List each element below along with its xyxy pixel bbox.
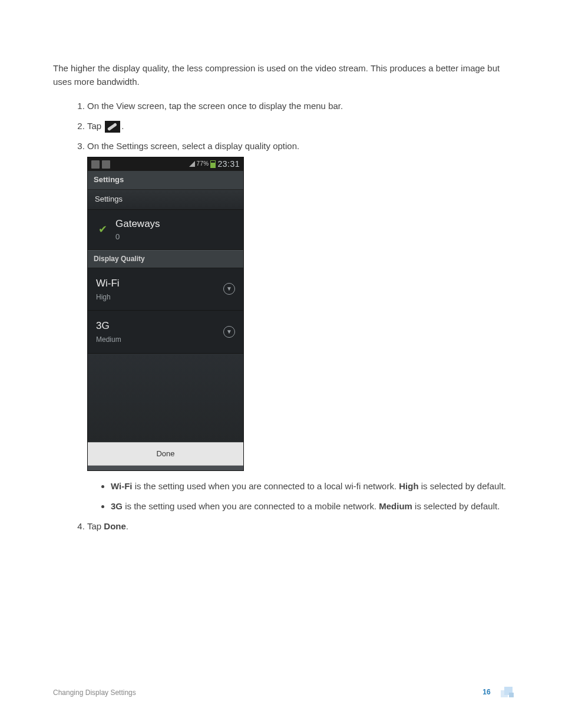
status-clock: 23:31 xyxy=(217,157,240,170)
battery-pct: 77% xyxy=(197,159,209,169)
wifi-row-label: Wi-Fi xyxy=(96,275,120,291)
signal-icon xyxy=(189,161,195,167)
3g-bullet: 3G is the setting used when you are conn… xyxy=(111,499,509,513)
step-4-post: . xyxy=(126,521,128,531)
3g-quality-row[interactable]: 3G Medium ▼ xyxy=(88,311,243,353)
step-4: Tap Done. xyxy=(87,519,509,533)
page-footer: Changing Display Settings 16 xyxy=(53,687,515,699)
step-list: On the View screen, tap the screen once … xyxy=(53,99,509,533)
page-number: 16 xyxy=(482,688,490,696)
quality-bullet-list: Wi-Fi is the setting used when you are c… xyxy=(87,479,509,513)
footer-section-title: Changing Display Settings xyxy=(53,689,136,697)
android-status-bar: 77% 23:31 xyxy=(88,157,243,171)
step-3: On the Settings screen, select a display… xyxy=(87,139,509,513)
medium-bold: Medium xyxy=(379,501,412,511)
step-4-pre: Tap xyxy=(87,521,104,531)
status-icon xyxy=(91,160,100,169)
wrench-icon xyxy=(105,121,120,133)
high-bold: High xyxy=(399,481,418,491)
step-2-post: . xyxy=(121,121,124,131)
gateways-count: 0 xyxy=(115,231,160,243)
intro-paragraph: The higher the display quality, the less… xyxy=(53,62,509,88)
display-quality-header: Display Quality xyxy=(88,250,243,268)
footer-logo-icon xyxy=(498,687,515,699)
phone-empty-area xyxy=(88,354,243,442)
3g-row-value: Medium xyxy=(96,334,121,345)
gateways-label: Gateways xyxy=(115,216,160,232)
settings-subheader: Settings xyxy=(88,190,243,210)
gateways-row[interactable]: ✔ Gateways 0 xyxy=(88,210,243,250)
phone-screenshot: 77% 23:31 Settings Settings ✔ Gateways 0… xyxy=(87,157,244,471)
battery-icon xyxy=(210,160,216,168)
wifi-bullet: Wi-Fi is the setting used when you are c… xyxy=(111,479,509,493)
step-2-pre: Tap xyxy=(87,121,104,131)
3g-bold: 3G xyxy=(111,501,123,511)
3g-text-post: is selected by default. xyxy=(412,501,500,511)
done-button[interactable]: Done xyxy=(88,442,243,466)
dropdown-icon[interactable]: ▼ xyxy=(223,326,235,338)
check-icon: ✔ xyxy=(98,221,107,238)
dropdown-icon[interactable]: ▼ xyxy=(223,283,235,295)
step-2: Tap . xyxy=(87,119,509,133)
wifi-row-value: High xyxy=(96,292,120,303)
phone-bottom-edge xyxy=(88,466,243,470)
step-3-text: On the Settings screen, select a display… xyxy=(87,141,299,151)
wifi-text-mid: is the setting used when you are connect… xyxy=(133,481,399,491)
3g-row-label: 3G xyxy=(96,318,121,334)
wifi-bold: Wi-Fi xyxy=(111,481,133,491)
wifi-text-post: is selected by default. xyxy=(419,481,506,491)
3g-text-mid: is the setting used when you are connect… xyxy=(123,501,379,511)
settings-header-bar: Settings xyxy=(88,171,243,190)
status-icon xyxy=(102,160,110,169)
step-1: On the View screen, tap the screen once … xyxy=(87,99,509,113)
wifi-quality-row[interactable]: Wi-Fi High ▼ xyxy=(88,268,243,311)
done-bold: Done xyxy=(104,521,126,531)
